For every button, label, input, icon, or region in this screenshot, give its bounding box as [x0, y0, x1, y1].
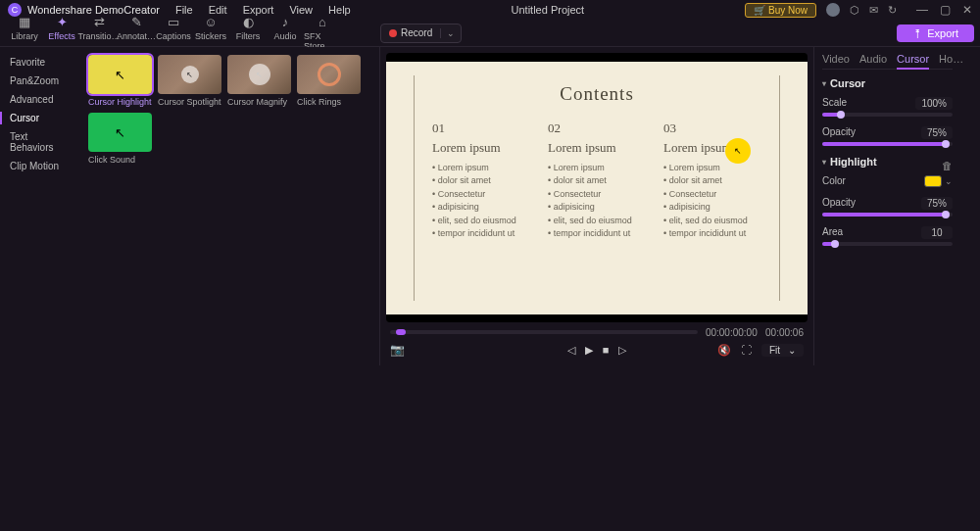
label-hl-opacity: Opacity	[822, 197, 856, 210]
cat-cursor[interactable]: Cursor	[0, 109, 80, 127]
preview-document: Contents 01Lorem ipsumLorem ipsumdolor s…	[386, 62, 808, 314]
slider-cursor-opacity[interactable]	[822, 142, 953, 146]
color-swatch[interactable]	[924, 175, 942, 187]
record-dropdown[interactable]: Record ⌄	[380, 24, 462, 43]
cat-favorite[interactable]: Favorite	[0, 53, 80, 72]
label-color: Color	[822, 175, 846, 187]
prev-frame-icon[interactable]: ◁	[567, 344, 575, 357]
close-icon[interactable]: ✕	[962, 3, 972, 17]
label-scale: Scale	[822, 97, 847, 110]
value-area[interactable]: 10	[921, 226, 953, 239]
preview-canvas[interactable]: Contents 01Lorem ipsumLorem ipsumdolor s…	[386, 53, 808, 322]
slider-area[interactable]	[822, 242, 953, 246]
value-hl-opacity[interactable]: 75%	[921, 197, 953, 210]
play-icon[interactable]: ▶	[585, 344, 593, 357]
doc-title: Contents	[432, 83, 761, 105]
notification-icon[interactable]: ✉	[869, 4, 878, 17]
slider-hl-opacity[interactable]	[822, 213, 953, 217]
properties-panel: Video Audio Cursor Ho… Cursor Scale100% …	[813, 47, 960, 365]
thumb-cursor-spotlight[interactable]: ↖Cursor Spotlight	[158, 55, 221, 107]
cat-panzoom[interactable]: Pan&Zoom	[0, 72, 80, 90]
tab-cursor[interactable]: Cursor	[897, 53, 929, 70]
account-icon[interactable]	[826, 3, 840, 17]
label-opacity: Opacity	[822, 126, 856, 139]
section-cursor: Cursor Scale100% Opacity75%	[822, 77, 953, 146]
highlight-section-head[interactable]: Highlight	[822, 156, 877, 168]
thumb-cursor-magnify[interactable]: ↖Cursor Magnify	[227, 55, 291, 107]
snapshot-icon[interactable]: 📷	[390, 343, 405, 357]
cursor-icon: ↖	[115, 125, 125, 140]
effect-thumbs: ↖Cursor Highlight ↖Cursor Spotlight ↖Cur…	[80, 47, 379, 365]
cat-clip-motion[interactable]: Clip Motion	[0, 157, 80, 175]
thumb-click-rings[interactable]: Click Rings	[297, 55, 361, 107]
tab-hotkey[interactable]: Ho…	[939, 53, 963, 65]
time-current: 00:00:00:00	[706, 327, 758, 338]
record-dot-icon	[389, 29, 397, 37]
cursor-icon: ↖	[115, 68, 125, 82]
section-highlight: Highlight 🗑 Color⌄ Opacity75% Area10	[822, 156, 953, 246]
export-button[interactable]: ⭱ Export	[897, 24, 974, 42]
value-opacity[interactable]: 75%	[921, 126, 953, 139]
chevron-down-icon[interactable]: ⌄	[945, 176, 953, 186]
delete-icon[interactable]: 🗑	[942, 160, 953, 171]
project-title: Untitled Project	[351, 4, 745, 16]
tab-audio[interactable]: Audio	[859, 53, 887, 65]
help-icon[interactable]: ↻	[888, 4, 897, 17]
cat-text-behaviors[interactable]: Text Behaviors	[0, 127, 80, 157]
prop-tabs: Video Audio Cursor Ho…	[822, 53, 953, 70]
time-total: 00:00:06	[765, 327, 804, 338]
chevron-down-icon[interactable]: ⌄	[440, 28, 461, 38]
label-area: Area	[822, 226, 843, 239]
fit-dropdown[interactable]: Fit⌄	[761, 344, 804, 357]
thumb-click-sound[interactable]: ↖Click Sound	[88, 113, 152, 165]
preview-panel: Contents 01Lorem ipsumLorem ipsumdolor s…	[380, 47, 813, 365]
preview-scrubber[interactable]: 00:00:00:00 00:00:06	[386, 326, 808, 338]
thumb-cursor-highlight[interactable]: ↖Cursor Highlight	[88, 55, 152, 107]
cursor-section-head[interactable]: Cursor	[822, 77, 953, 89]
next-frame-icon[interactable]: ▷	[618, 344, 626, 357]
mute-icon[interactable]: 🔇	[717, 344, 731, 357]
slider-scale[interactable]	[822, 113, 953, 117]
cat-advanced[interactable]: Advanced	[0, 90, 80, 109]
maximize-icon[interactable]: ▢	[940, 3, 951, 17]
tab-video[interactable]: Video	[822, 53, 850, 65]
effect-categories: Favorite Pan&Zoom Advanced Cursor Text B…	[0, 47, 80, 365]
fullscreen-icon[interactable]: ⛶	[741, 344, 752, 356]
stop-icon[interactable]: ■	[603, 344, 610, 357]
buy-now-button[interactable]: 🛒 Buy Now	[745, 3, 816, 18]
module-strip: ▦Library ✦Effects ⇄Transitio… ✎Annotat… …	[0, 20, 980, 47]
minimize-icon[interactable]: —	[916, 3, 928, 17]
cursor-highlight-overlay: ↖	[725, 138, 751, 164]
effects-panel: Favorite Pan&Zoom Advanced Cursor Text B…	[0, 47, 380, 365]
store-icon[interactable]: ⬡	[850, 4, 859, 17]
value-scale[interactable]: 100%	[915, 97, 953, 110]
